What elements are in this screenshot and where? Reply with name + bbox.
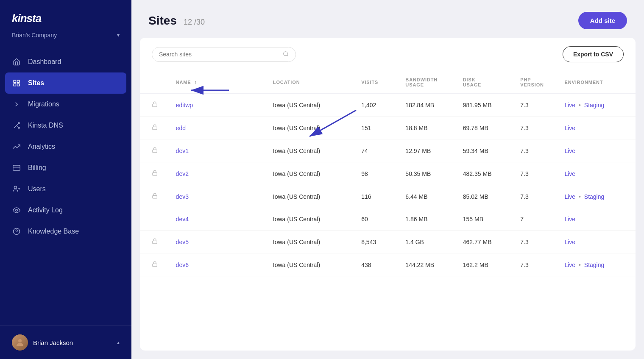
svg-rect-0 bbox=[14, 80, 16, 82]
svg-rect-3 bbox=[17, 84, 20, 86]
table-row: dev6Iowa (US Central)438144.22 MB162.2 M… bbox=[140, 253, 636, 276]
sidebar-item-label-sites: Sites bbox=[28, 79, 44, 87]
col-bandwidth[interactable]: BANDWIDTHUSAGE bbox=[397, 71, 454, 94]
main-content: Sites 12 /30 Add site Export to CSV bbox=[131, 0, 644, 359]
lock-icon bbox=[152, 262, 158, 268]
site-link[interactable]: editwp bbox=[176, 102, 193, 109]
site-name-cell[interactable]: dev5 bbox=[167, 231, 265, 253]
activity-icon bbox=[12, 206, 21, 215]
grid-icon bbox=[12, 78, 21, 88]
svg-rect-2 bbox=[14, 84, 16, 86]
chevron-down-icon: ▾ bbox=[117, 32, 120, 38]
env-live[interactable]: Live bbox=[564, 262, 575, 268]
search-input[interactable] bbox=[159, 51, 279, 58]
env-live[interactable]: Live bbox=[564, 216, 575, 223]
sidebar-item-billing[interactable]: Billing bbox=[0, 157, 131, 178]
sidebar-item-knowledge-base[interactable]: Knowledge Base bbox=[0, 221, 131, 242]
sidebar-item-activity-log[interactable]: Activity Log bbox=[0, 200, 131, 221]
search-box[interactable] bbox=[152, 47, 296, 62]
sidebar-item-sites[interactable]: Sites bbox=[5, 72, 126, 94]
svg-point-14 bbox=[18, 339, 22, 342]
col-php[interactable]: PHPVERSION bbox=[512, 71, 556, 94]
visits-cell: 1,402 bbox=[353, 94, 397, 117]
disk-cell: 981.95 MB bbox=[454, 94, 512, 117]
env-live[interactable]: Live bbox=[564, 125, 575, 131]
bandwidth-cell: 12.97 MB bbox=[397, 139, 454, 162]
col-environment[interactable]: ENVIRONMENT bbox=[556, 71, 636, 94]
env-separator: • bbox=[577, 193, 583, 200]
env-live[interactable]: Live bbox=[564, 170, 575, 177]
env-live[interactable]: Live bbox=[564, 147, 575, 154]
table-row: dev1Iowa (US Central)7412.97 MB59.34 MB7… bbox=[140, 139, 636, 162]
user-profile[interactable]: Brian Jackson ▴ bbox=[0, 326, 131, 359]
svg-rect-6 bbox=[13, 165, 20, 170]
content-toolbar: Export to CSV bbox=[140, 38, 636, 71]
visits-cell: 74 bbox=[353, 139, 397, 162]
chevron-up-icon: ▴ bbox=[117, 340, 120, 345]
php-cell: 7.3 bbox=[512, 185, 556, 208]
site-link[interactable]: dev3 bbox=[176, 193, 189, 200]
environment-cell: Live • Staging bbox=[556, 253, 636, 276]
site-link[interactable]: edd bbox=[176, 125, 186, 131]
export-csv-button[interactable]: Export to CSV bbox=[563, 46, 624, 62]
site-link[interactable]: dev5 bbox=[176, 239, 189, 245]
site-link[interactable]: dev6 bbox=[176, 262, 189, 268]
col-location[interactable]: LOCATION bbox=[265, 71, 353, 94]
svg-rect-1 bbox=[17, 80, 20, 82]
table-row: dev4Iowa (US Central)601.86 MB155 MB7Liv… bbox=[140, 208, 636, 231]
sidebar-item-label-billing: Billing bbox=[28, 164, 46, 172]
sidebar-item-label-migrations: Migrations bbox=[28, 100, 59, 108]
env-staging[interactable]: Staging bbox=[584, 262, 604, 268]
site-name-cell[interactable]: dev3 bbox=[167, 185, 265, 208]
col-name[interactable]: NAME ↑ bbox=[167, 71, 265, 94]
sidebar-item-label-activity: Activity Log bbox=[28, 206, 63, 214]
sites-table: NAME ↑ LOCATION VISITS BANDWIDTHUSAGE DI… bbox=[140, 71, 636, 351]
sidebar: kinsta Brian's Company ▾ Dashboard Sites… bbox=[0, 0, 131, 359]
site-link[interactable]: dev1 bbox=[176, 147, 189, 154]
bandwidth-cell: 50.35 MB bbox=[397, 162, 454, 185]
environment-cell: Live bbox=[556, 117, 636, 139]
php-cell: 7.3 bbox=[512, 253, 556, 276]
logo-area: kinsta bbox=[0, 0, 131, 32]
sidebar-item-analytics[interactable]: Analytics bbox=[0, 136, 131, 157]
site-name-cell[interactable]: dev4 bbox=[167, 208, 265, 231]
env-live[interactable]: Live bbox=[564, 193, 575, 200]
sidebar-item-dashboard[interactable]: Dashboard bbox=[0, 51, 131, 72]
env-staging[interactable]: Staging bbox=[584, 102, 604, 109]
site-link[interactable]: dev2 bbox=[176, 170, 189, 177]
site-link[interactable]: dev4 bbox=[176, 216, 189, 223]
add-site-button[interactable]: Add site bbox=[578, 12, 627, 29]
page-header: Sites 12 /30 Add site bbox=[131, 0, 644, 38]
company-selector[interactable]: Brian's Company ▾ bbox=[0, 32, 131, 47]
search-icon bbox=[283, 51, 289, 58]
php-cell: 7.3 bbox=[512, 94, 556, 117]
env-live[interactable]: Live bbox=[564, 239, 575, 245]
migrations-icon bbox=[12, 100, 21, 109]
bandwidth-cell: 182.84 MB bbox=[397, 94, 454, 117]
disk-cell: 162.2 MB bbox=[454, 253, 512, 276]
site-name-cell[interactable]: dev6 bbox=[167, 253, 265, 276]
site-name-cell[interactable]: dev2 bbox=[167, 162, 265, 185]
sidebar-item-migrations[interactable]: Migrations bbox=[0, 94, 131, 115]
environment-cell: Live bbox=[556, 162, 636, 185]
disk-cell: 482.35 MB bbox=[454, 162, 512, 185]
col-lock bbox=[140, 71, 167, 94]
col-disk[interactable]: DISKUSAGE bbox=[454, 71, 512, 94]
lock-icon bbox=[152, 147, 158, 154]
visits-cell: 8,543 bbox=[353, 231, 397, 253]
env-live[interactable]: Live bbox=[564, 102, 575, 109]
php-cell: 7 bbox=[512, 208, 556, 231]
site-name-cell[interactable]: edd bbox=[167, 117, 265, 139]
site-name-cell[interactable]: dev1 bbox=[167, 139, 265, 162]
env-staging[interactable]: Staging bbox=[584, 193, 604, 200]
env-separator: • bbox=[577, 102, 583, 109]
sidebar-item-label-analytics: Analytics bbox=[28, 143, 55, 150]
lock-icon bbox=[152, 125, 158, 131]
site-name-cell[interactable]: editwp bbox=[167, 94, 265, 117]
col-visits[interactable]: VISITS bbox=[353, 71, 397, 94]
sidebar-item-kinsta-dns[interactable]: Kinsta DNS bbox=[0, 115, 131, 136]
user-info: Brian Jackson bbox=[12, 334, 73, 351]
environment-cell: Live bbox=[556, 208, 636, 231]
svg-rect-20 bbox=[153, 173, 157, 175]
sidebar-item-users[interactable]: Users bbox=[0, 178, 131, 200]
